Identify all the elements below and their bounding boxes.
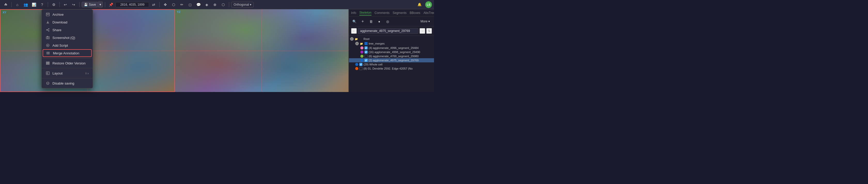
search-bar: ← → ⇅: [349, 27, 434, 36]
add-tool-btn[interactable]: +: [359, 18, 366, 25]
agg4975-checkbox[interactable]: [365, 59, 368, 62]
right-panel: Info Skeleton Comments Segments BBoxes A…: [349, 9, 434, 92]
pick-tool[interactable]: ⊕: [211, 1, 219, 8]
tab-abstree[interactable]: AbsTree: [424, 10, 434, 15]
save-dropdown-menu: Archive Download: [41, 9, 93, 88]
tree-item-whole-cell[interactable]: (29) Whole cell: [349, 62, 434, 67]
tab-info[interactable]: Info: [351, 10, 356, 15]
users-icon[interactable]: 👥: [22, 1, 29, 8]
search-forward-btn[interactable]: →: [420, 28, 425, 34]
menu-item-merge-annotation[interactable]: Merge Annotation: [43, 49, 92, 57]
menu-item-restore[interactable]: Restore Older Version: [41, 59, 93, 67]
share-label: Share: [53, 28, 89, 32]
search-back-btn[interactable]: ←: [351, 28, 357, 34]
whole-cell-label: (29) Whole cell: [364, 63, 433, 66]
agg4700-label: (6) agglomerate_4700_segment_29980: [369, 54, 433, 58]
save-button[interactable]: 💾 Save: [82, 2, 98, 7]
agg4700-checkbox[interactable]: [365, 54, 368, 58]
viewport-yz[interactable]: YZ: [175, 9, 349, 92]
tab-comments[interactable]: Comments: [375, 10, 390, 15]
menu-item-disable-saving[interactable]: Disable saving: [41, 79, 93, 87]
tree-item-agg4975[interactable]: (2) agglomerate_4975_segment_29769: [349, 58, 434, 62]
menu-item-screenshot[interactable]: Screenshot (Q): [41, 34, 93, 41]
agg4975-color: [361, 59, 364, 62]
tree-container: − 📁 Root − 📁 tree_merges: [349, 36, 434, 92]
divider-7: [229, 2, 229, 7]
more-button[interactable]: More ▾: [418, 19, 432, 24]
pin-icon[interactable]: 📌: [107, 1, 115, 8]
menu-item-add-script[interactable]: Add Script: [41, 41, 93, 49]
agg4975-label: (2) agglomerate_4975_segment_29769: [369, 59, 433, 62]
save-dropdown-button[interactable]: ▾: [98, 2, 103, 7]
fill-tool[interactable]: ◈: [203, 1, 210, 8]
pen-tool[interactable]: ✏: [178, 1, 185, 8]
divider-3: [59, 2, 60, 7]
divider-2: [48, 2, 48, 7]
tree-merges-color: [365, 42, 368, 45]
main-content: XY YZ Archive: [0, 9, 434, 92]
tree-item-tree-merges[interactable]: − 📁 tree_merges: [349, 41, 434, 46]
menu-item-layout[interactable]: Layout ℹ ›: [41, 69, 93, 77]
svg-point-4: [46, 30, 47, 30]
svg-line-6: [47, 29, 48, 30]
dendrite-checkbox[interactable]: [359, 67, 363, 70]
redo-button[interactable]: ↪: [70, 1, 77, 8]
root-label: Root: [364, 37, 433, 40]
help-icon[interactable]: ?: [38, 1, 46, 8]
agg4998-label: (16) agglomerate_4998_segment_29490: [369, 50, 433, 53]
divider-5: [105, 2, 105, 7]
search-tool-btn[interactable]: 🔍: [351, 18, 358, 25]
root-folder-icon: 📁: [355, 38, 358, 40]
root-expand-icon[interactable]: −: [350, 37, 354, 41]
user-avatar[interactable]: LS: [425, 1, 432, 8]
move-tool[interactable]: ✥: [162, 1, 169, 8]
tree-item-agg4700[interactable]: (6) agglomerate_4700_segment_29980: [349, 54, 434, 58]
menu-item-archive[interactable]: Archive: [41, 10, 93, 18]
divider-6: [159, 2, 160, 7]
dendrite-label: (8) 01. Dendrite 2592. Edge 42057 (No: [364, 67, 433, 70]
search-sort-btn[interactable]: ⇅: [426, 28, 432, 34]
viewport-yz-canvas[interactable]: [175, 9, 349, 92]
archive-label: Archive: [53, 13, 89, 16]
svg-rect-10: [47, 36, 48, 37]
menu-item-download[interactable]: Download: [41, 18, 93, 26]
agg4996-checkbox[interactable]: [365, 46, 368, 49]
search-input[interactable]: [358, 28, 418, 34]
tab-skeleton[interactable]: Skeleton: [359, 10, 371, 15]
tree-item-root[interactable]: − 📁 Root: [349, 37, 434, 41]
agg4998-checkbox[interactable]: [365, 50, 368, 53]
clover-icon[interactable]: ☘: [2, 1, 9, 8]
panel-tabs: Info Skeleton Comments Segments BBoxes A…: [349, 9, 434, 16]
visibility-btn[interactable]: ●: [376, 18, 382, 25]
tree-merges-expand-icon[interactable]: −: [355, 42, 359, 45]
layout-info-icon[interactable]: ℹ: [86, 72, 87, 75]
select-tool[interactable]: ⬡: [170, 1, 177, 8]
notification-icon[interactable]: 🔔: [416, 1, 423, 8]
undo-button[interactable]: ↩: [62, 1, 69, 8]
view-mode-select[interactable]: Orthogonal ▾: [231, 2, 254, 7]
tab-segments[interactable]: Segments: [393, 10, 407, 15]
svg-rect-1: [46, 14, 49, 16]
tab-bboxes[interactable]: BBoxes: [410, 10, 420, 15]
tree-item-dendrite[interactable]: (8) 01. Dendrite 2592. Edge 42057 (No: [349, 67, 434, 71]
tree-item-agg4998[interactable]: (16) agglomerate_4998_segment_29490: [349, 50, 434, 54]
erase-tool[interactable]: ◻: [187, 1, 194, 8]
svg-line-7: [47, 30, 48, 31]
settings-icon[interactable]: ⚙: [50, 1, 57, 8]
whole-cell-checkbox[interactable]: [359, 63, 363, 66]
layout-sub: ℹ ›: [86, 71, 89, 75]
cube-tool[interactable]: ⬡: [220, 1, 227, 8]
merge-annotation-label: Merge Annotation: [53, 51, 88, 55]
comment-tool[interactable]: 💬: [195, 1, 202, 8]
merge-icon: [46, 51, 51, 55]
svg-rect-8: [46, 37, 49, 39]
chart-icon[interactable]: 📊: [30, 1, 37, 8]
disable-saving-label: Disable saving: [53, 81, 89, 85]
toolbar-right: 🔔 LS: [416, 1, 432, 8]
tree-item-agg4996[interactable]: (4) agglomerate_4996_segment_29484: [349, 46, 434, 50]
menu-item-share[interactable]: Share: [41, 26, 93, 34]
toggle-btn[interactable]: ◎: [384, 18, 391, 25]
home-icon[interactable]: ⌂: [14, 1, 21, 8]
share-icon[interactable]: ⇄: [150, 1, 157, 8]
delete-tool-btn[interactable]: 🗑: [368, 18, 374, 25]
